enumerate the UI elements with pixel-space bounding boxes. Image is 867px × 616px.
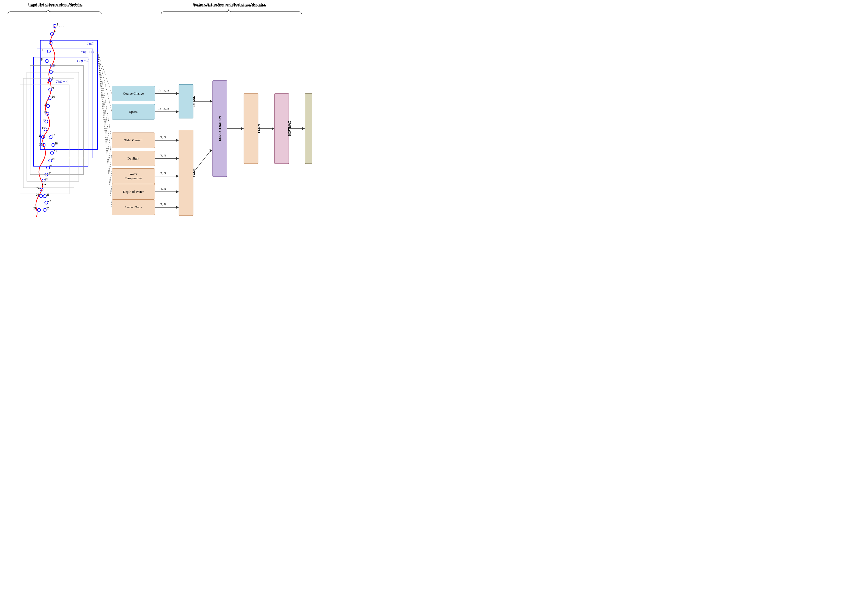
svg-point-10 [50, 64, 54, 67]
svg-rect-68 [30, 66, 84, 174]
svg-point-14 [48, 79, 52, 82]
svg-rect-66 [33, 57, 88, 166]
svg-marker-83 [176, 110, 179, 113]
svg-point-18 [49, 88, 52, 91]
speed-box: Speed [112, 104, 155, 119]
svg-point-55 [45, 201, 48, 204]
svg-point-20 [48, 97, 51, 100]
svg-text:(s – 1, 1): (s – 1, 1) [159, 107, 169, 110]
svg-rect-116 [274, 94, 289, 164]
svg-text:11: 11 [44, 103, 47, 106]
svg-point-12 [49, 71, 52, 74]
svg-text:SOFTMAX: SOFTMAX [288, 121, 292, 137]
svg-text:1d-CNN: 1d-CNN [192, 96, 196, 107]
svg-point-46 [42, 179, 45, 182]
svg-marker-111 [241, 127, 244, 130]
svg-text:TW(i + n): TW(i + n) [56, 80, 68, 83]
svg-text:3: 3 [43, 40, 44, 43]
svg-point-32 [42, 143, 45, 146]
svg-marker-95 [176, 190, 179, 193]
svg-text:2: 2 [54, 31, 56, 34]
daylight-box: Daylight [112, 151, 155, 166]
svg-line-76 [98, 52, 112, 176]
svg-point-6 [47, 50, 50, 53]
svg-text:(5, 5): (5, 5) [160, 203, 166, 206]
svg-point-34 [49, 136, 52, 139]
svg-text:7: 7 [53, 69, 55, 72]
svg-text:(s – 1, 1): (s – 1, 1) [159, 89, 169, 92]
svg-rect-71 [20, 85, 69, 194]
svg-line-77 [98, 52, 112, 192]
svg-text:(1, 1): (1, 1) [160, 187, 166, 190]
svg-point-51 [39, 195, 43, 198]
tidal-current-box: Tidal Current [112, 132, 155, 148]
svg-text:21: 21 [49, 165, 52, 168]
svg-text:22: 22 [47, 171, 51, 174]
svg-rect-112 [244, 94, 258, 164]
svg-point-59 [38, 208, 41, 212]
svg-point-8 [45, 60, 48, 63]
svg-text:16: 16 [39, 143, 42, 146]
feature-module-label-text: Feature Extraction and Prediction Module… [164, 3, 296, 8]
svg-text:15: 15 [38, 134, 42, 137]
svg-line-78 [98, 52, 112, 207]
svg-point-0 [53, 24, 56, 28]
svg-point-30 [41, 136, 44, 139]
svg-text:25: 25 [36, 193, 39, 196]
svg-text:FCNN: FCNN [192, 168, 196, 177]
svg-marker-105 [210, 100, 213, 103]
svg-rect-102 [179, 130, 193, 216]
svg-text:(2, 1): (2, 1) [160, 154, 166, 157]
svg-point-22 [47, 104, 50, 108]
svg-text:•••: ••• [42, 183, 46, 187]
svg-text:(1, 1): (1, 1) [160, 171, 166, 175]
svg-rect-100 [179, 85, 193, 118]
svg-text:29: 29 [33, 207, 36, 210]
svg-marker-119 [302, 127, 305, 130]
svg-text:23: 23 [45, 178, 48, 181]
seabed-type-box: Seabed Type [112, 200, 155, 215]
svg-text:TW(i + 1): TW(i + 1) [81, 50, 94, 54]
svg-point-28 [44, 128, 47, 131]
svg-text:20: 20 [52, 157, 55, 160]
svg-text:TW(i + 2): TW(i + 2) [77, 59, 89, 63]
svg-marker-92 [176, 175, 179, 178]
svg-rect-70 [24, 79, 74, 188]
svg-marker-17 [47, 80, 50, 85]
diagram-svg: 1 2 3 4 5 6 7 8 TW(i + n) 9 10 [0, 0, 312, 222]
svg-marker-86 [176, 139, 179, 141]
svg-text:26: 26 [46, 193, 49, 196]
svg-text:9: 9 [52, 86, 54, 90]
svg-point-2 [50, 32, 54, 35]
svg-point-57 [43, 208, 46, 212]
svg-text:FCNN: FCNN [257, 124, 261, 133]
svg-text:1: 1 [57, 23, 58, 26]
svg-line-72 [98, 52, 112, 94]
svg-text:28: 28 [46, 207, 49, 210]
svg-rect-108 [213, 80, 227, 177]
course-change-box: Course Change [112, 86, 155, 101]
svg-marker-98 [176, 206, 179, 209]
svg-text:TW(i): TW(i) [87, 42, 95, 46]
svg-text:18: 18 [55, 142, 58, 145]
svg-text:5: 5 [41, 58, 43, 61]
water-temp-box: WaterTemperature [112, 168, 155, 184]
svg-marker-89 [176, 157, 179, 160]
svg-point-26 [45, 120, 48, 123]
svg-rect-62 [40, 40, 98, 149]
svg-text:8: 8 [52, 77, 54, 80]
svg-point-4 [49, 41, 52, 44]
svg-marker-80 [176, 92, 179, 95]
svg-text:CONCATENATION: CONCATENATION [218, 116, 221, 141]
svg-text:24: 24 [36, 187, 39, 190]
svg-point-44 [45, 173, 48, 176]
svg-rect-120 [305, 94, 312, 164]
svg-point-36 [52, 143, 55, 146]
svg-point-42 [47, 166, 50, 169]
svg-text:14: 14 [42, 126, 45, 129]
svg-text:13: 13 [43, 118, 46, 122]
svg-text:17: 17 [52, 133, 55, 137]
svg-marker-107 [210, 149, 212, 152]
svg-point-24 [46, 112, 49, 115]
svg-point-53 [43, 195, 46, 198]
